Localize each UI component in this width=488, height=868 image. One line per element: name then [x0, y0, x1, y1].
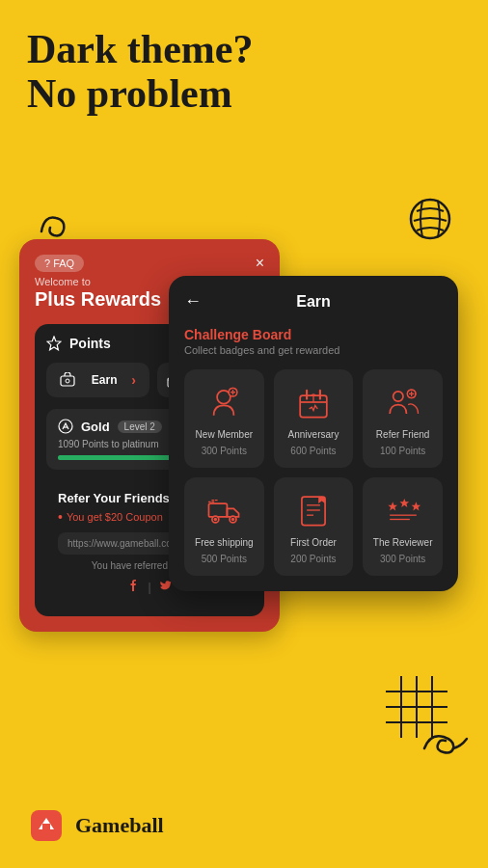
badge-anniversary[interactable]: Anniversary 600 Points [274, 369, 354, 468]
earn-label: Earn [92, 373, 118, 387]
anniversary-points: 600 Points [290, 446, 336, 456]
star-icon [46, 336, 62, 351]
badge-new-member[interactable]: New Member 300 Points [184, 369, 264, 468]
earn-arrow: › [131, 372, 136, 388]
reviewer-points: 300 Points [380, 554, 425, 564]
badge-the-reviewer[interactable]: The Reviewer 300 Points [363, 477, 443, 576]
gold-label: Gold [81, 420, 110, 434]
svg-rect-46 [42, 824, 50, 831]
refer-friend-icon [382, 381, 424, 423]
progress-bar-fill [58, 455, 177, 460]
gameball-name: Gameball [75, 813, 164, 838]
deco-ball-icon [409, 198, 451, 240]
challenge-board-sub: Collect badges and get rewarded [184, 344, 443, 356]
svg-point-26 [393, 392, 402, 401]
first-order-points: 200 Points [290, 554, 336, 564]
svg-point-8 [66, 379, 69, 383]
close-button[interactable]: × [256, 255, 264, 272]
gameball-logo-icon [27, 806, 66, 845]
earn-box[interactable]: Earn › [46, 363, 149, 397]
earn-icon [60, 372, 77, 388]
header-section: Dark theme? No problem [27, 27, 253, 116]
svg-rect-7 [61, 376, 74, 386]
badge-refer-friend[interactable]: Refer Friend 100 Points [363, 369, 443, 468]
svg-point-34 [214, 518, 217, 521]
free-shipping-icon [203, 489, 245, 531]
svg-rect-31 [209, 503, 228, 517]
header-line2: No problem [27, 71, 253, 116]
deco-spiral-bottom-icon [420, 729, 471, 754]
free-shipping-name: Free shipping [195, 537, 254, 548]
bottom-brand: Gameball [27, 806, 164, 845]
earn-card-header: ← Earn [184, 291, 443, 312]
svg-point-12 [59, 420, 72, 433]
reviewer-name: The Reviewer [373, 537, 433, 548]
reviewer-icon [382, 489, 424, 531]
header-line1: Dark theme? [27, 27, 253, 71]
level-icon [58, 419, 73, 434]
back-arrow-button[interactable]: ← [184, 291, 202, 312]
new-member-name: New Member [196, 429, 253, 440]
new-member-icon [203, 381, 245, 423]
challenge-board-title: Challenge Board [184, 327, 443, 342]
first-order-icon [292, 489, 335, 531]
new-member-points: 300 Points [202, 446, 247, 456]
badge-first-order[interactable]: First Order 200 Points [274, 477, 354, 576]
free-shipping-points: 500 Points [202, 554, 247, 564]
badge-grid: New Member 300 Points Anniversary 600 Po… [184, 369, 443, 576]
svg-point-35 [231, 518, 234, 521]
points-label: Points [69, 336, 111, 351]
earn-card-title: Earn [296, 293, 331, 311]
faq-label: ? FAQ [44, 258, 74, 269]
refer-friend-name: Refer Friend [376, 429, 430, 440]
card-header: ? FAQ × [35, 255, 264, 272]
deco-spiral-top-icon [37, 210, 71, 237]
social-separator: | [148, 581, 150, 594]
refer-friend-points: 100 Points [380, 446, 425, 456]
anniversary-name: Anniversary [288, 429, 339, 440]
anniversary-icon [292, 381, 335, 423]
facebook-icon[interactable] [126, 579, 140, 595]
badge-free-shipping[interactable]: Free shipping 500 Points [184, 477, 264, 576]
earn-card: ← Earn Challenge Board Collect badges an… [169, 276, 458, 591]
level-badge: Level 2 [118, 420, 162, 433]
first-order-name: First Order [290, 537, 337, 548]
faq-badge[interactable]: ? FAQ [35, 255, 84, 272]
